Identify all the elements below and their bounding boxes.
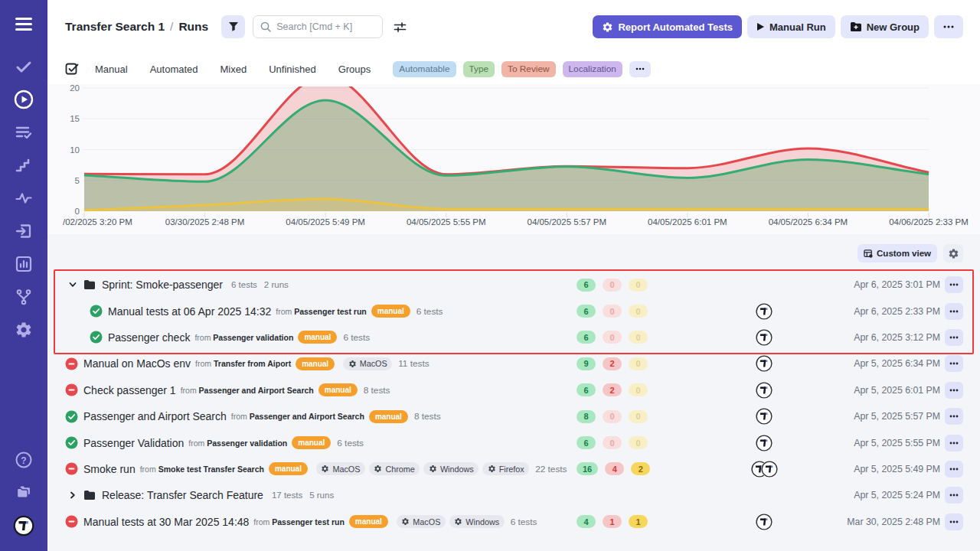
collapse-group-button[interactable] [67, 279, 79, 291]
ellipsis-icon [949, 415, 959, 418]
sidebar-item-runs[interactable] [0, 83, 47, 116]
avatar[interactable] [756, 329, 773, 346]
sidebar-item-settings[interactable] [0, 313, 47, 346]
filter-chip-localization[interactable]: Localization [563, 61, 622, 77]
run-source: from Passenger validation [194, 333, 293, 342]
search-placeholder: Search [Cmd + K] [276, 21, 352, 32]
sidebar-item-pulse[interactable] [0, 181, 47, 214]
row-actions-button[interactable] [945, 514, 963, 530]
group-row[interactable]: Release: Transfer Search Feature17 tests… [65, 482, 963, 508]
expand-group-button[interactable] [67, 489, 79, 501]
svg-text:20: 20 [70, 84, 80, 93]
run-row[interactable]: Manual tests at 06 Apr 2025 14:32from Pa… [65, 298, 963, 324]
logo-button[interactable] [0, 509, 47, 542]
avatar[interactable] [756, 514, 773, 530]
row-actions-button[interactable] [945, 487, 963, 504]
failed-count: 1 [603, 515, 622, 528]
menu-toggle-button[interactable] [0, 7, 47, 42]
other-count: 0 [629, 383, 648, 396]
app-root: ? Transfer Search 1/Runs Search [Cmd + K… [0, 0, 980, 551]
run-title[interactable]: Passenger and Airport Search [83, 410, 227, 422]
run-title[interactable]: Check passenger 1 [83, 384, 176, 396]
report-automated-tests-button[interactable]: Report Automated Tests [593, 15, 742, 38]
run-row[interactable]: Manual tests at 30 Mar 2025 14:48from Pa… [65, 509, 963, 535]
breadcrumb-separator: / [170, 20, 173, 33]
user-logo-icon [756, 329, 773, 346]
run-row[interactable]: Manual on MacOs envfrom Transfer from Ai… [65, 350, 963, 377]
sidebar-item-plans[interactable] [0, 116, 47, 148]
runs-chart: 20151050/02/2025 3:20 PM03/30/2025 2:48 … [47, 84, 980, 234]
status-icon-wrap [90, 305, 103, 318]
tab-manual[interactable]: Manual [95, 64, 128, 75]
select-all-runs-button[interactable] [65, 62, 79, 76]
group-title[interactable]: Release: Transfer Search Feature [102, 489, 263, 501]
passed-count: 9 [577, 357, 596, 370]
breadcrumb-project[interactable]: Transfer Search 1 [65, 20, 165, 33]
svg-text:04/05/2025 5:57 PM: 04/05/2025 5:57 PM [527, 217, 606, 227]
avatar[interactable] [756, 355, 773, 372]
sidebar-item-import[interactable] [0, 214, 47, 247]
row-main: Passenger Validationfrom Passenger valid… [65, 436, 577, 449]
row-actions-button[interactable] [945, 461, 963, 478]
manual-run-button[interactable]: Manual Run [747, 15, 835, 38]
tab-automated[interactable]: Automated [150, 64, 198, 75]
svg-text:04/06/2025 2:33 PM: 04/06/2025 2:33 PM [889, 217, 969, 227]
tab-unfinished[interactable]: Unfinished [269, 64, 315, 75]
run-row[interactable]: Smoke runfrom Smoke test Transfer Search… [65, 456, 963, 482]
tab-groups[interactable]: Groups [338, 64, 371, 75]
avatar[interactable] [761, 461, 778, 478]
tab-mixed[interactable]: Mixed [220, 64, 247, 75]
avatar[interactable] [756, 303, 773, 320]
passed-count: 16 [577, 462, 598, 475]
run-title[interactable]: Manual on MacOs env [83, 357, 191, 370]
help-button[interactable]: ? [0, 443, 47, 476]
run-title[interactable]: Smoke run [83, 463, 136, 475]
avatar[interactable] [756, 382, 773, 399]
sidebar-item-reports[interactable] [0, 247, 47, 280]
more-actions-button[interactable] [934, 15, 963, 38]
run-title[interactable]: Passenger Validation [83, 437, 184, 449]
display-settings-button[interactable] [390, 18, 409, 36]
run-title[interactable]: Passenger check [108, 331, 190, 344]
group-title[interactable]: Sprint: Smoke-passenger [102, 279, 223, 291]
svg-text:04/05/2025 5:55 PM: 04/05/2025 5:55 PM [407, 217, 486, 227]
main-content: Transfer Search 1/Runs Search [Cmd + K] … [47, 0, 980, 551]
docs-button[interactable] [0, 476, 47, 509]
custom-view-button[interactable]: Custom view [858, 244, 937, 262]
row-actions-button[interactable] [945, 408, 963, 425]
filter-chip-type[interactable]: Type [463, 61, 495, 77]
result-pills: 920 [577, 357, 712, 370]
run-title[interactable]: Manual tests at 06 Apr 2025 14:32 [108, 305, 271, 318]
tabs-row: ManualAutomatedMixedUnfinishedGroups Aut… [47, 54, 980, 84]
robot-icon [602, 21, 613, 33]
row-actions-button[interactable] [945, 435, 963, 452]
avatar[interactable] [756, 408, 773, 425]
search-input[interactable]: Search [Cmd + K] [253, 15, 383, 38]
sidebar-item-milestones[interactable] [0, 148, 47, 181]
passed-count: 8 [577, 410, 596, 423]
filter-button[interactable] [221, 15, 245, 38]
sidebar-item-tests[interactable] [0, 50, 47, 83]
avatar[interactable] [756, 435, 773, 452]
run-date: Mar 30, 2025 2:48 PM [816, 517, 940, 527]
run-row[interactable]: Passenger Validationfrom Passenger valid… [65, 429, 963, 455]
sidebar-item-branches[interactable] [0, 280, 47, 313]
filter-chip-to-review[interactable]: To Review [501, 61, 555, 77]
filter-chip-automatable[interactable]: Automatable [393, 61, 456, 77]
row-actions-button[interactable] [945, 382, 963, 399]
failed-count: 0 [603, 305, 622, 318]
run-row[interactable]: Check passenger 1from Passenger and Airp… [65, 377, 963, 403]
new-group-button[interactable]: New Group [841, 15, 929, 38]
row-actions-button[interactable] [945, 355, 963, 372]
status-failed-icon [65, 462, 78, 475]
run-date: Apr 6, 2025 3:01 PM [816, 279, 940, 290]
row-actions-button[interactable] [945, 276, 963, 293]
group-row[interactable]: Sprint: Smoke-passenger6 tests2 runs600A… [65, 272, 963, 298]
row-actions-button[interactable] [945, 303, 963, 320]
row-actions-button[interactable] [945, 329, 963, 346]
list-settings-button[interactable] [943, 244, 963, 262]
run-title[interactable]: Manual tests at 30 Mar 2025 14:48 [83, 516, 249, 528]
run-row[interactable]: Passenger and Airport Searchfrom Passeng… [65, 403, 963, 429]
more-filters-chip[interactable] [629, 61, 651, 77]
run-row[interactable]: Passenger checkfrom Passenger validation… [65, 324, 963, 350]
